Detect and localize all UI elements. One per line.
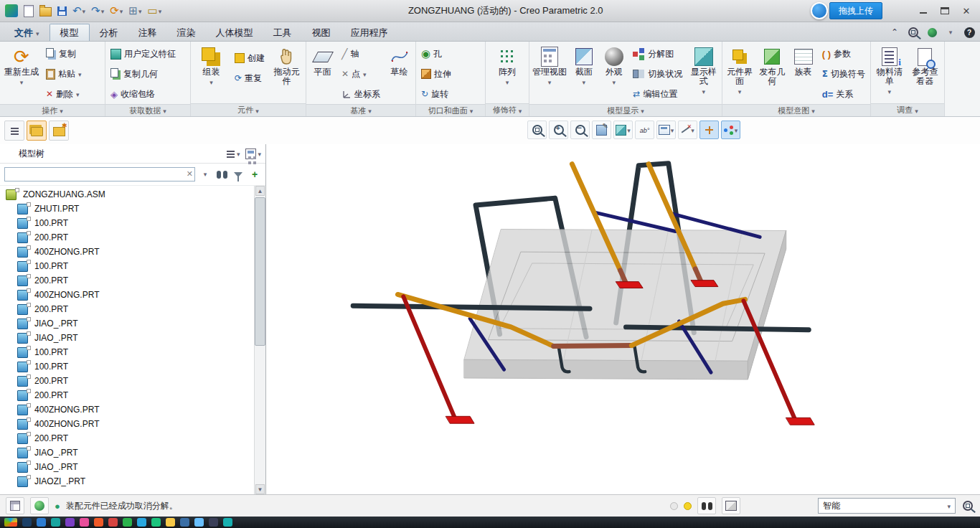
group-footer-component[interactable]: 元件 (191, 103, 306, 116)
undo-button[interactable]: ↶ (70, 4, 88, 18)
tree-item-200.PRT[interactable]: 200.PRT (0, 388, 254, 402)
close-button[interactable]: ✕ (956, 3, 977, 19)
revolve-button[interactable]: ↻旋转 (418, 84, 455, 104)
taskbar-app-icon[interactable] (37, 518, 46, 527)
tree-item-400ZHONG.PRT[interactable]: 400ZHONG.PRT (0, 402, 254, 417)
tree-scrollbar[interactable]: ▲ ▼ (254, 186, 265, 494)
parameters-button[interactable]: ( )参数 (819, 44, 869, 64)
taskbar-app-icon[interactable] (151, 518, 161, 527)
hole-button[interactable]: ◉孔 (418, 44, 455, 64)
tab-人体模型[interactable]: 人体模型 (206, 24, 263, 41)
scroll-up-arrow[interactable]: ▲ (255, 186, 265, 196)
appearance-button[interactable]: 外观 (599, 44, 628, 89)
repeat-button[interactable]: ⟳重复 (231, 68, 268, 88)
axis-button[interactable]: ╱轴 (338, 44, 384, 64)
publish-geometry-button[interactable]: 发布几何 (756, 44, 788, 88)
paste-button[interactable]: 粘贴 (42, 64, 85, 84)
show-favorites-button[interactable] (49, 121, 69, 141)
group-footer-datum[interactable]: 基准 (306, 104, 415, 116)
tree-item-200.PRT[interactable]: 200.PRT (0, 302, 254, 316)
group-footer-investigate[interactable]: 调查 (871, 103, 944, 116)
regenerate-button[interactable]: ⟳ (108, 4, 125, 18)
redo-button[interactable]: ↷ (89, 4, 106, 18)
tab-渲染[interactable]: 渲染 (167, 24, 206, 41)
copy-button[interactable]: 复制 (42, 44, 85, 64)
taskbar-app-icon[interactable] (80, 518, 89, 527)
shrinkwrap-button[interactable]: ◈收缩包络 (107, 84, 179, 104)
group-footer-cut-surface[interactable]: 切口和曲面 (416, 104, 485, 116)
reference-viewer-button[interactable]: 参考查看器 (908, 44, 943, 88)
saved-orientations-button[interactable] (656, 121, 676, 139)
command-search-button[interactable] (907, 26, 920, 39)
tab-file[interactable]: 文件 (4, 24, 50, 41)
tab-工具[interactable]: 工具 (263, 24, 302, 41)
explode-view-button[interactable]: 分解图 (629, 44, 686, 64)
start-button[interactable] (4, 518, 17, 527)
tree-item-100.PRT[interactable]: 100.PRT (0, 216, 254, 230)
switch-symbols-button[interactable]: Σ切换符号 (819, 64, 869, 84)
find-button[interactable] (215, 167, 228, 182)
minimize-ribbon-button[interactable]: ⌃ (888, 26, 901, 39)
tree-item-400ZHONG.PRT[interactable]: 400ZHONG.PRT (0, 417, 254, 431)
open-file-button[interactable] (37, 4, 54, 18)
group-footer-model-display[interactable]: 模型显示 (529, 104, 722, 116)
creo-logo-button[interactable] (3, 3, 20, 19)
show-folder-browser-button[interactable] (27, 121, 47, 141)
minimize-button[interactable] (913, 3, 934, 19)
tree-filters-button[interactable] (226, 148, 240, 159)
taskbar-app-icon[interactable] (65, 518, 75, 527)
taskbar-app-icon[interactable] (108, 518, 118, 527)
presence-button[interactable] (925, 26, 938, 39)
taskbar-app-icon[interactable] (209, 518, 218, 527)
search-model-button[interactable] (697, 497, 716, 514)
manage-views-button[interactable]: 管理视图 (531, 44, 568, 89)
tree-item-200.PRT[interactable]: 200.PRT (0, 230, 254, 245)
tree-item-JIAO_.PRT[interactable]: JIAO_.PRT (0, 331, 254, 345)
relations-button[interactable]: d=关系 (819, 84, 869, 104)
annotation-display-button[interactable] (635, 121, 654, 139)
tree-search-input[interactable] (4, 167, 195, 182)
tree-settings-button[interactable] (245, 148, 261, 159)
repaint-button[interactable] (592, 121, 611, 139)
refit-button[interactable] (527, 121, 547, 139)
windows-button[interactable]: ⊞ (126, 4, 143, 18)
graphics-viewport[interactable] (266, 144, 980, 494)
scroll-thumb[interactable] (255, 197, 265, 346)
tree-item-400ZHONG.PRT[interactable]: 400ZHONG.PRT (0, 245, 254, 259)
tab-分析[interactable]: 分析 (90, 24, 128, 41)
tree-item-400ZHONG.PRT[interactable]: 400ZHONG.PRT (0, 288, 254, 302)
view-connections-button[interactable] (721, 121, 740, 139)
taskbar-app-icon[interactable] (180, 518, 189, 527)
customize-button[interactable]: ▭ (145, 4, 164, 18)
create-button[interactable]: 创建 (231, 48, 268, 68)
taskbar-app-icon[interactable] (22, 518, 32, 527)
taskbar-app-icon[interactable] (223, 518, 232, 527)
group-footer-operations[interactable]: 操作 (0, 104, 105, 116)
zoom-in-button[interactable] (549, 121, 568, 139)
datum-display-filters-button[interactable] (678, 121, 697, 139)
tree-item-200.PRT[interactable]: 200.PRT (0, 431, 254, 446)
switch-status-button[interactable]: 切换状况 (629, 64, 686, 84)
taskbar-app-icon[interactable] (166, 518, 175, 527)
display-style-button[interactable]: 显示样式 (687, 44, 720, 98)
browser-toggle-button[interactable] (30, 497, 49, 514)
tree-item-JIAO_.PRT[interactable]: JIAO_.PRT (0, 316, 254, 331)
sketch-button[interactable]: 草绘 (385, 44, 414, 79)
tab-应用程序[interactable]: 应用程序 (341, 24, 398, 41)
csys-button[interactable]: 坐标系 (338, 84, 384, 104)
filter-button[interactable] (232, 167, 245, 182)
search-options-dropdown[interactable] (199, 167, 212, 182)
new-file-button[interactable] (22, 4, 36, 19)
tree-item-100.PRT[interactable]: 100.PRT (0, 345, 254, 359)
tree-item-ZHUTI.PRT[interactable]: ZHUTI.PRT (0, 202, 254, 216)
bom-button[interactable]: 物料清单 (872, 44, 907, 98)
taskbar-app-icon[interactable] (137, 518, 146, 527)
group-footer-model-intent[interactable]: 模型意图 (722, 104, 870, 116)
tab-注释[interactable]: 注释 (128, 24, 167, 41)
component-interface-button[interactable]: 元件界面 (724, 44, 755, 98)
tree-item-100.PRT[interactable]: 100.PRT (0, 259, 254, 273)
expand-button[interactable]: + (248, 167, 261, 182)
drag-components-button[interactable]: 拖动元件 (269, 44, 304, 88)
taskbar-app-icon[interactable] (194, 518, 204, 527)
tree-item-100.PRT[interactable]: 100.PRT (0, 359, 254, 374)
